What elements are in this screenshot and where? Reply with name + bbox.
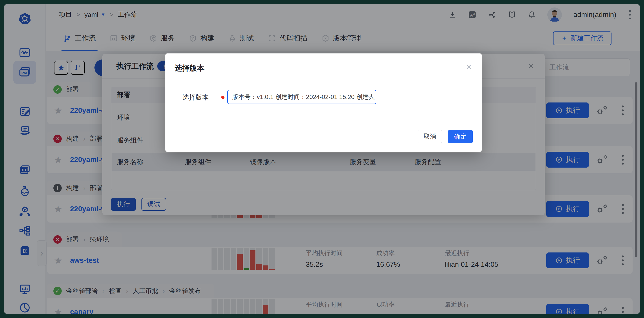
modal-title: 选择版本 bbox=[174, 63, 204, 73]
close-icon[interactable]: × bbox=[466, 62, 472, 71]
required-dot-icon bbox=[221, 96, 224, 99]
cancel-button[interactable]: 取消 bbox=[418, 130, 442, 143]
modal-mask bbox=[0, 0, 644, 318]
chevron-down-icon bbox=[366, 94, 372, 100]
select-version-modal: 选择版本 × 选择版本 版本号：v1.0.1 创建时间：2024-02-01 1… bbox=[166, 53, 482, 152]
select-version-label: 选择版本 bbox=[182, 93, 209, 102]
version-select-value: 版本号：v1.0.1 创建时间：2024-02-01 15:20 创建人 bbox=[232, 93, 375, 101]
confirm-button[interactable]: 确定 bbox=[448, 130, 473, 143]
version-select[interactable]: 版本号：v1.0.1 创建时间：2024-02-01 15:20 创建人 bbox=[227, 90, 376, 104]
